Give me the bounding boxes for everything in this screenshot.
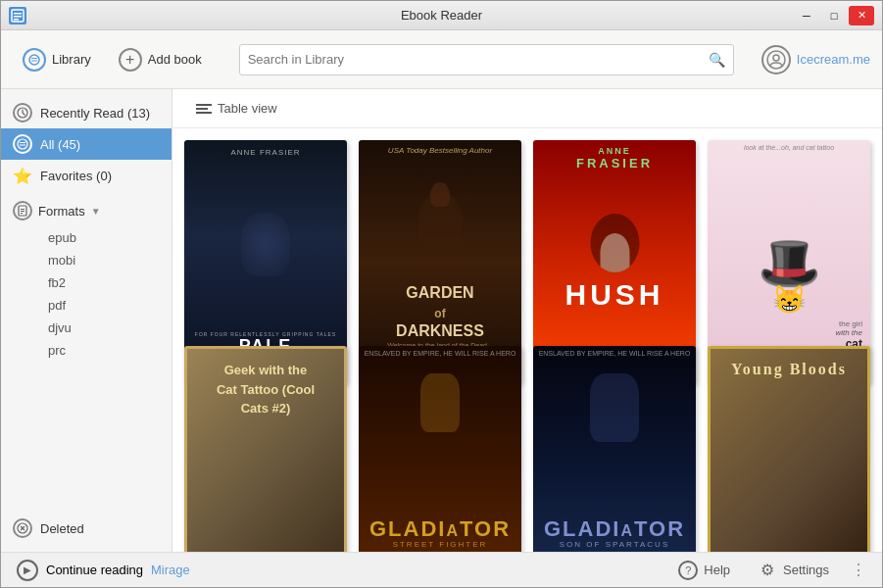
table-line-2 bbox=[196, 108, 208, 110]
recently-read-label: Recently Read (13) bbox=[40, 106, 150, 121]
glad1-text-area: GLADIATOR STREET FIGHTER SIMONSCARROW bbox=[369, 518, 511, 552]
sidebar-item-pdf[interactable]: pdf bbox=[13, 294, 160, 317]
svg-rect-5 bbox=[31, 58, 37, 59]
title-bar-left bbox=[9, 7, 26, 24]
book-cover-gladiator1: ENSLAVED BY EMPIRE, HE WILL RISE A HERO … bbox=[359, 346, 521, 552]
user-name: Icecream.me bbox=[797, 52, 870, 67]
garden-head bbox=[430, 182, 450, 207]
mobi-label: mobi bbox=[48, 253, 75, 268]
formats-header[interactable]: Formats ▼ bbox=[13, 195, 160, 226]
continue-label: Continue reading bbox=[46, 563, 143, 577]
glad1-subtitle-text: STREET FIGHTER bbox=[369, 540, 511, 549]
book-cover-geek-cat: Geek with theCat Tattoo (CoolCats #2) Th… bbox=[184, 346, 347, 552]
glad1-title-text: GLADIATOR bbox=[369, 518, 511, 540]
library-button[interactable]: Library bbox=[13, 42, 101, 77]
svg-point-8 bbox=[773, 55, 779, 61]
book-card-young-bloods[interactable]: Young Bloods Simon Scarrow bbox=[708, 346, 870, 552]
library-label: Library bbox=[52, 52, 91, 67]
garden-title-area: GARDENofDARKNESS Welcome to the land of … bbox=[387, 283, 493, 349]
content-toolbar: Table view bbox=[172, 89, 882, 128]
search-icon: 🔍 bbox=[709, 52, 725, 68]
add-icon: + bbox=[119, 48, 142, 72]
help-button[interactable]: ? Help bbox=[672, 557, 736, 584]
garden-title-text: GARDENofDARKNESS bbox=[387, 283, 493, 340]
formats-icon bbox=[13, 201, 32, 220]
book-card-geek-cat[interactable]: Geek with theCat Tattoo (CoolCats #2) Th… bbox=[184, 346, 347, 552]
favorites-label: Favorites (0) bbox=[40, 169, 112, 183]
svg-point-10 bbox=[18, 139, 27, 149]
deleted-label: Deleted bbox=[40, 521, 84, 536]
formats-section: Formats ▼ epub mobi fb2 pdf djvu bbox=[1, 191, 172, 366]
add-book-button[interactable]: + Add book bbox=[109, 42, 212, 77]
glad2-badge-text: ENSLAVED BY EMPIRE, HE WILL RISE A HERO bbox=[537, 350, 692, 357]
epub-label: epub bbox=[48, 230, 76, 245]
pdf-label: pdf bbox=[48, 298, 66, 313]
table-view-button[interactable]: Table view bbox=[188, 97, 285, 120]
table-view-label: Table view bbox=[218, 101, 277, 116]
glad2-text-area: GLADIATOR SON OF SPARTACUS SIMONSCARROW bbox=[544, 518, 685, 552]
geek-title-text: Geek with theCat Tattoo (CoolCats #2) bbox=[217, 361, 315, 418]
sidebar-item-recently-read[interactable]: Recently Read (13) bbox=[1, 97, 172, 128]
table-view-icon bbox=[196, 104, 212, 114]
book-cover-young-bloods: Young Bloods Simon Scarrow bbox=[708, 346, 870, 552]
minimize-button[interactable]: ─ bbox=[794, 6, 819, 25]
settings-icon: ⚙ bbox=[758, 561, 777, 580]
favorites-icon: ⭐ bbox=[13, 166, 32, 185]
hush-frasier: FRASIER bbox=[533, 156, 696, 171]
avatar bbox=[761, 45, 791, 74]
glad2-figure bbox=[590, 373, 639, 442]
djvu-label: djvu bbox=[48, 320, 72, 335]
glad2-figure-area bbox=[590, 354, 639, 518]
help-label: Help bbox=[704, 563, 730, 577]
sidebar-item-mobi[interactable]: mobi bbox=[13, 249, 160, 271]
svg-rect-12 bbox=[20, 145, 25, 146]
svg-rect-16 bbox=[21, 213, 23, 214]
fb2-label: fb2 bbox=[48, 275, 66, 290]
sidebar-item-favorites[interactable]: ⭐ Favorites (0) bbox=[1, 160, 172, 191]
hush-main: HUSH bbox=[564, 214, 663, 312]
sidebar-item-prc[interactable]: prc bbox=[13, 339, 160, 362]
search-input[interactable] bbox=[248, 52, 709, 67]
play-icon: ▶ bbox=[17, 560, 38, 581]
close-button[interactable]: ✕ bbox=[849, 6, 874, 25]
deleted-icon bbox=[13, 518, 32, 538]
cat-with: with the bbox=[830, 328, 862, 337]
continue-reading-area[interactable]: ▶ Continue reading Mirage bbox=[17, 560, 657, 581]
current-book-title: Mirage bbox=[151, 563, 190, 577]
all-label: All (45) bbox=[40, 137, 80, 152]
help-icon: ? bbox=[678, 561, 698, 580]
user-area[interactable]: Icecream.me bbox=[761, 45, 870, 74]
sidebar-item-all[interactable]: All (45) bbox=[1, 128, 172, 160]
status-right: ? Help ⚙ Settings ⋮ bbox=[672, 557, 866, 584]
table-line-3 bbox=[196, 112, 212, 114]
hush-face bbox=[590, 214, 639, 272]
glad1-badge-text: ENSLAVED BY EMPIRE, HE WILL RISE A HERO bbox=[363, 350, 517, 357]
sidebar-item-fb2[interactable]: fb2 bbox=[13, 271, 160, 294]
hush-title-text: HUSH bbox=[564, 278, 663, 312]
svg-point-4 bbox=[29, 55, 39, 65]
status-bar: ▶ Continue reading Mirage ? Help ⚙ Setti… bbox=[1, 552, 882, 587]
book-card-gladiator2[interactable]: ENSLAVED BY EMPIRE, HE WILL RISE A HERO … bbox=[533, 346, 696, 552]
svg-rect-6 bbox=[31, 60, 37, 61]
sidebar-item-epub[interactable]: epub bbox=[13, 226, 160, 249]
settings-label: Settings bbox=[783, 563, 829, 577]
svg-rect-1 bbox=[14, 13, 22, 15]
content-area: Table view ANNE FRASIER FOR FOUR RELENTL… bbox=[172, 89, 882, 552]
sidebar-item-djvu[interactable]: djvu bbox=[13, 317, 160, 339]
books-grid: ANNE FRASIER FOR FOUR RELENTLESSLY GRIPP… bbox=[172, 128, 882, 552]
add-book-label: Add book bbox=[148, 52, 202, 67]
book-card-gladiator1[interactable]: ENSLAVED BY EMPIRE, HE WILL RISE A HERO … bbox=[359, 346, 521, 552]
sidebar-item-deleted[interactable]: Deleted bbox=[1, 513, 172, 544]
young-title-text: Young Bloods bbox=[731, 361, 847, 378]
title-bar: Ebook Reader ─ □ ✕ bbox=[1, 1, 882, 30]
app-icon bbox=[9, 7, 26, 24]
settings-button[interactable]: ⚙ Settings bbox=[752, 557, 835, 584]
search-bar: 🔍 bbox=[239, 44, 734, 75]
more-options-icon[interactable]: ⋮ bbox=[851, 561, 866, 579]
maximize-button[interactable]: □ bbox=[821, 6, 847, 25]
main-window: Ebook Reader ─ □ ✕ Library + Add book bbox=[0, 0, 883, 588]
prc-label: prc bbox=[48, 343, 66, 358]
window-title: Ebook Reader bbox=[401, 8, 482, 23]
svg-rect-3 bbox=[14, 19, 19, 21]
glad1-figure-area bbox=[420, 354, 460, 518]
